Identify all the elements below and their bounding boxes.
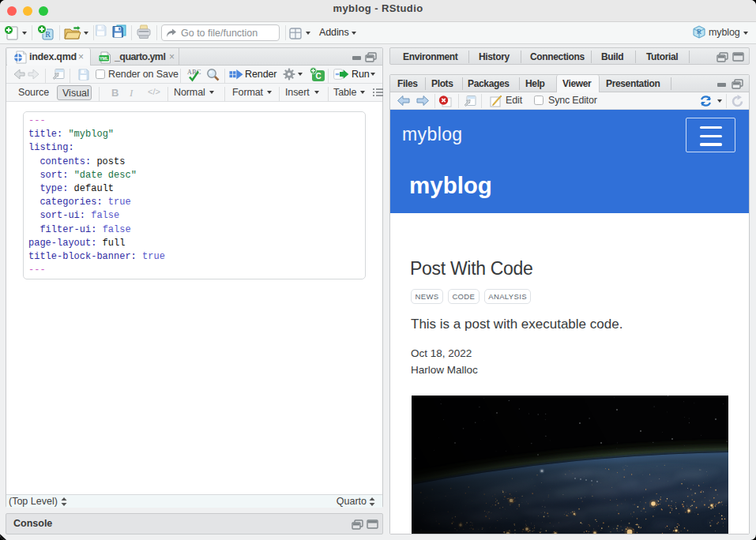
svg-text:R: R (697, 28, 701, 36)
svg-text:C: C (315, 72, 321, 81)
svg-text:ABC: ABC (187, 69, 201, 76)
svg-text:YML: YML (100, 56, 109, 61)
